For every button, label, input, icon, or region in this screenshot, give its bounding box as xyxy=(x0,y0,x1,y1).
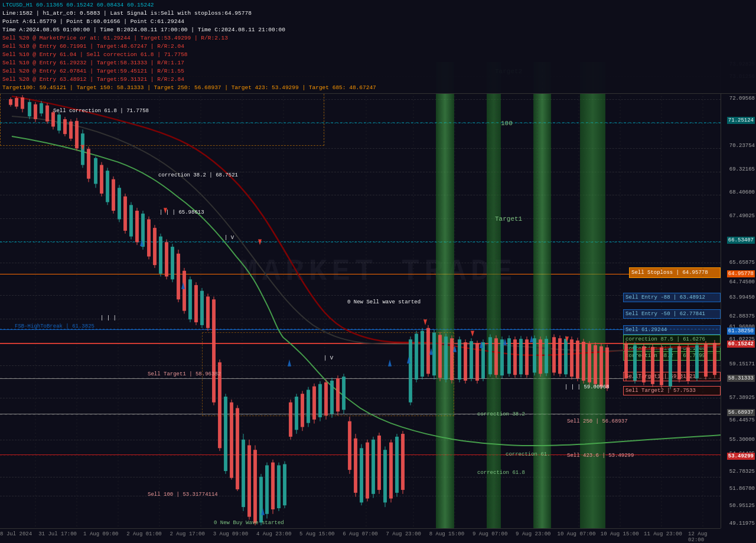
time-tick-13: 10 Aug 07:00 xyxy=(558,531,596,537)
svg-rect-241 xyxy=(695,345,699,378)
svg-rect-175 xyxy=(458,339,461,380)
svg-marker-249 xyxy=(423,319,427,325)
svg-rect-123 xyxy=(301,394,304,427)
time-tick-3: 2 Aug 01:00 xyxy=(126,531,161,537)
svg-rect-119 xyxy=(289,403,292,437)
price-52783: 52.78325 xyxy=(729,469,755,475)
svg-rect-193 xyxy=(513,339,517,375)
line4-label: Time A:2024.08.05 01:00:00 | Time B:2024… xyxy=(2,27,285,33)
header-line10: Sell %20 @ Entry 63.48912 | Target:59.31… xyxy=(2,76,754,84)
svg-rect-223 xyxy=(605,348,609,388)
svg-rect-83 xyxy=(183,271,186,311)
price-51867: 51.86700 xyxy=(729,486,755,492)
svg-rect-203 xyxy=(545,339,548,373)
price-68406: 68.40600 xyxy=(729,189,755,195)
time-tick-2: 1 Aug 09:00 xyxy=(83,531,118,537)
svg-marker-255 xyxy=(288,359,291,367)
svg-rect-27 xyxy=(15,98,18,107)
price-63994: 63.99450 xyxy=(729,295,755,300)
svg-rect-231 xyxy=(651,347,654,384)
top-bar: LTCUSD_H1 60.11365 60.15242 60.08434 60.… xyxy=(0,0,756,94)
svg-rect-157 xyxy=(401,434,405,490)
svg-rect-121 xyxy=(295,397,298,430)
svg-rect-111 xyxy=(265,465,269,513)
svg-rect-65 xyxy=(129,205,133,236)
svg-rect-53 xyxy=(94,158,97,184)
svg-rect-77 xyxy=(165,242,168,276)
svg-rect-113 xyxy=(271,463,275,509)
price-57389: 57.38925 xyxy=(729,395,755,401)
svg-rect-47 xyxy=(75,121,79,149)
svg-rect-35 xyxy=(40,103,43,113)
svg-rect-211 xyxy=(570,339,573,377)
svg-rect-235 xyxy=(669,348,672,387)
svg-rect-163 xyxy=(421,331,424,377)
svg-text:0 New Sell wave started: 0 New Sell wave started xyxy=(347,299,421,305)
svg-rect-37 xyxy=(45,106,49,122)
line3-label: Point A:61.85779 | Point B:60.01656 | Po… xyxy=(2,18,184,25)
svg-rect-225 xyxy=(624,344,628,378)
price-56445: 56.44575 xyxy=(729,417,755,423)
svg-rect-89 xyxy=(200,291,204,325)
svg-rect-85 xyxy=(188,279,192,319)
svg-rect-229 xyxy=(642,346,646,382)
svg-rect-177 xyxy=(464,342,467,381)
svg-rect-243 xyxy=(704,344,708,377)
symbol-label: LTCUSD_H1 60.11365 60.15242 60.08434 60.… xyxy=(2,2,154,8)
time-tick-5: 3 Aug 09:00 xyxy=(213,531,248,537)
svg-rect-145 xyxy=(366,443,369,499)
svg-rect-29 xyxy=(21,97,24,109)
svg-rect-129 xyxy=(318,384,322,417)
svg-rect-61 xyxy=(118,188,121,219)
svg-rect-173 xyxy=(450,338,454,380)
svg-rect-245 xyxy=(713,343,716,375)
svg-rect-99 xyxy=(230,403,233,478)
time-tick-1: 31 Jul 17:00 xyxy=(38,531,77,537)
line7-label: Sell %10 @ Entry 61.04 | Sell correction… xyxy=(2,51,188,58)
header-line11: Target100: 59.45121 | Target 150: 58.313… xyxy=(2,84,754,92)
price-53492: 53.49299 xyxy=(727,453,755,460)
svg-rect-25 xyxy=(9,99,12,105)
svg-rect-43 xyxy=(63,119,67,134)
svg-text:Target1: Target1 xyxy=(495,216,522,223)
header-line4: Time A:2024.08.05 01:00:00 | Time B:2024… xyxy=(2,26,754,34)
line9-label: Sell %20 @ Entry 62.07841 | Target:59.45… xyxy=(2,68,184,74)
svg-rect-181 xyxy=(475,344,479,381)
svg-rect-103 xyxy=(242,440,245,507)
price-67490: 67.49025 xyxy=(729,213,755,219)
price-50951: 50.95125 xyxy=(729,503,755,509)
svg-rect-213 xyxy=(576,341,579,378)
svg-rect-107 xyxy=(253,450,257,523)
svg-rect-179 xyxy=(470,341,473,378)
line5-label: Sell %20 @ MarketPrice or at: 61.29244 |… xyxy=(2,35,228,41)
svg-rect-39 xyxy=(51,112,55,126)
svg-text:0 New Buy Wave started: 0 New Buy Wave started xyxy=(214,520,284,526)
time-tick-10: 8 Aug 15:00 xyxy=(429,531,464,537)
svg-rect-169 xyxy=(438,335,442,378)
svg-rect-189 xyxy=(500,339,504,375)
svg-rect-125 xyxy=(307,390,310,423)
svg-rect-117 xyxy=(283,464,286,505)
price-56689: 56.68937 xyxy=(727,409,755,416)
svg-rect-153 xyxy=(389,443,393,499)
svg-rect-41 xyxy=(57,115,61,130)
line8-label: Sell %10 @ Entry 61.29232 | Target:58.31… xyxy=(2,60,184,66)
svg-rect-45 xyxy=(69,122,73,139)
time-tick-12: 9 Aug 23:00 xyxy=(516,531,550,537)
time-tick-7: 5 Aug 15:00 xyxy=(299,531,334,537)
svg-rect-219 xyxy=(594,345,597,384)
time-tick-11: 9 Aug 07:00 xyxy=(472,531,507,537)
svg-text:correction 38.2 | 68.7521: correction 38.2 | 68.7521 xyxy=(158,172,238,178)
svg-rect-93 xyxy=(212,299,216,402)
price-65658: 65.65875 xyxy=(729,260,755,266)
time-tick-6: 4 Aug 23:00 xyxy=(256,531,291,537)
price-69321: 69.32165 xyxy=(729,166,755,172)
header-line2: Line:1582 | h1_atr_c0: 0.5883 | Last Sig… xyxy=(2,9,754,18)
header-line3: Point A:61.85779 | Point B:60.01656 | Po… xyxy=(2,18,754,26)
candles-group xyxy=(9,95,716,525)
main-chart-svg: | | | 65.98613 | V | V correction 38.2 |… xyxy=(0,62,721,528)
svg-rect-201 xyxy=(539,339,542,374)
time-tick-9: 7 Aug 23:00 xyxy=(386,531,421,537)
svg-rect-195 xyxy=(519,339,523,374)
svg-rect-115 xyxy=(277,465,281,508)
